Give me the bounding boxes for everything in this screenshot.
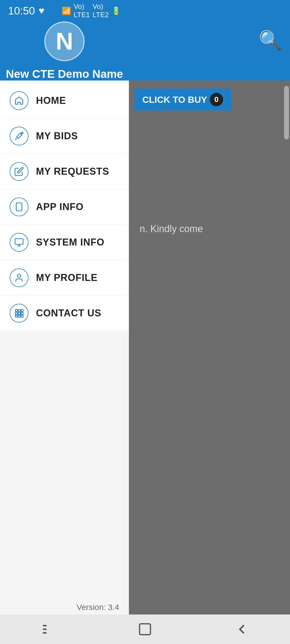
user-name: New CTE Demo Name — [6, 68, 123, 80]
person-icon-circle — [10, 268, 28, 287]
person-icon — [14, 273, 24, 283]
battery-icon: 🔋 — [111, 6, 121, 15]
sidebar-item-contact-us-label: CONTACT US — [36, 308, 101, 319]
svg-rect-9 — [16, 312, 18, 314]
svg-rect-12 — [16, 315, 18, 317]
home-icon — [14, 96, 24, 105]
hammer-icon — [14, 131, 24, 141]
click-to-buy-label: CLICK TO BUY — [142, 94, 207, 105]
search-icon[interactable]: 🔍 — [259, 29, 282, 51]
svg-rect-2 — [15, 239, 23, 244]
monitor-icon — [14, 237, 24, 247]
drawer-menu: HOME MY BIDS MY REQUESTS — [0, 80, 129, 597]
sidebar-item-my-profile-label: MY PROFILE — [36, 272, 97, 283]
sidebar-item-home[interactable]: HOME — [0, 83, 129, 118]
contact-icon-circle — [10, 304, 28, 323]
status-bar-right: 📶 Vo)LTE1 Vo)LTE2 🔋 — [62, 2, 121, 19]
edit-icon — [14, 167, 24, 176]
signal-icon: Vo)LTE1 — [74, 2, 90, 19]
grid-icon — [14, 308, 24, 318]
sidebar-item-app-info[interactable]: APP INFO — [0, 189, 129, 224]
svg-rect-0 — [16, 203, 22, 211]
svg-rect-10 — [18, 312, 20, 314]
app-info-icon-circle — [10, 197, 28, 216]
right-panel: 🔍 CLICK TO BUY 0 n. Kindly come — [129, 0, 290, 644]
hammer-icon-circle — [10, 127, 28, 145]
svg-rect-7 — [18, 310, 20, 312]
sidebar-item-my-requests-label: MY REQUESTS — [36, 166, 109, 177]
signal2-icon: Vo)LTE2 — [93, 2, 109, 19]
heart-icon: ♥ — [39, 5, 44, 16]
status-bar: 10:50 ♥ 📶 Vo)LTE1 Vo)LTE2 🔋 — [0, 0, 129, 21]
avatar: N — [44, 21, 85, 61]
sidebar-item-system-info[interactable]: SYSTEM INFO — [0, 225, 129, 260]
home-icon-circle — [10, 91, 28, 110]
avatar-letter: N — [56, 28, 73, 55]
svg-point-5 — [17, 274, 21, 277]
sidebar-item-home-label: HOME — [36, 95, 66, 106]
right-panel-text: n. Kindly come — [134, 218, 285, 240]
right-panel-header: 🔍 — [129, 0, 290, 80]
right-panel-body: CLICK TO BUY 0 n. Kindly come — [129, 80, 290, 245]
monitor-icon-circle — [10, 233, 28, 252]
version-text: Version: 3.4 — [0, 597, 129, 617]
back-button[interactable] — [231, 619, 252, 640]
edit-icon-circle — [10, 162, 28, 181]
sidebar-item-contact-us[interactable]: CONTACT US — [0, 296, 129, 331]
svg-rect-14 — [21, 315, 23, 317]
sidebar-item-my-bids-label: MY BIDS — [36, 130, 78, 142]
wifi-icon: 📶 — [62, 6, 71, 15]
svg-rect-13 — [18, 315, 20, 317]
sidebar-item-my-bids[interactable]: MY BIDS — [0, 119, 129, 153]
status-bar-left: 10:50 ♥ — [8, 5, 44, 17]
svg-rect-19 — [140, 624, 151, 635]
home-button[interactable] — [134, 619, 156, 640]
phone-icon — [14, 202, 24, 212]
status-time: 10:50 — [8, 5, 35, 17]
svg-rect-8 — [21, 310, 23, 312]
sidebar-item-system-info-label: SYSTEM INFO — [36, 237, 104, 248]
scrollbar[interactable] — [284, 86, 289, 140]
svg-rect-11 — [21, 312, 23, 314]
drawer: 10:50 ♥ 📶 Vo)LTE1 Vo)LTE2 🔋 N New CTE De… — [0, 0, 129, 644]
sidebar-item-my-requests[interactable]: MY REQUESTS — [0, 154, 129, 189]
menu-button[interactable] — [38, 619, 59, 640]
svg-rect-6 — [16, 310, 18, 312]
cart-badge: 0 — [210, 93, 223, 106]
click-to-buy-button[interactable]: CLICK TO BUY 0 — [134, 89, 231, 111]
sidebar-item-my-profile[interactable]: MY PROFILE — [0, 260, 129, 295]
sidebar-item-app-info-label: APP INFO — [36, 201, 84, 213]
bottom-nav — [0, 614, 290, 644]
